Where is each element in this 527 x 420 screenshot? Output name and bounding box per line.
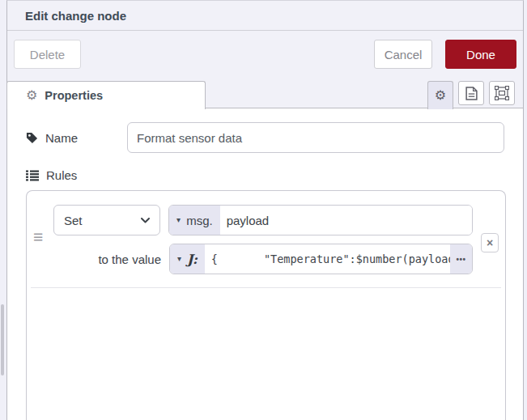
dialog-title-bar: Edit change node xyxy=(7,1,523,31)
editor-tab-bar: ⚙ Properties ⚙ xyxy=(7,78,523,108)
rules-list: ≡ Set ▾ msg. xyxy=(26,190,506,420)
rule-divider xyxy=(31,287,501,288)
appearance-icon xyxy=(495,86,509,100)
description-button[interactable] xyxy=(458,81,484,105)
dialog-title: Edit change node xyxy=(25,9,126,23)
tab-toolbar: ⚙ xyxy=(427,81,515,109)
tab-properties[interactable]: ⚙ Properties xyxy=(6,81,206,109)
delete-button[interactable]: Delete xyxy=(14,40,81,69)
tab-properties-label: Properties xyxy=(45,89,103,102)
remove-rule-button[interactable]: × xyxy=(481,233,499,252)
rule-value-line: to the value ▾ J: { "Temperature":$numbe… xyxy=(53,244,473,274)
chevron-down-icon xyxy=(141,218,150,223)
appearance-button[interactable] xyxy=(489,81,515,105)
name-input[interactable] xyxy=(127,122,504,153)
name-row: Name xyxy=(26,122,523,153)
gear-icon: ⚙ xyxy=(26,89,37,102)
properties-panel: Name Rules ≡ xyxy=(7,109,523,420)
drag-handle-icon[interactable]: ≡ xyxy=(33,228,43,245)
rules-section-header: Rules xyxy=(26,168,523,182)
value-expression-input[interactable]: { "Temperature":$number(payload) xyxy=(205,244,450,274)
rule-value-field: ▾ J: { "Temperature":$number(payload) ••… xyxy=(169,244,473,274)
rule-action-line: Set ▾ msg. xyxy=(53,205,473,235)
done-button[interactable]: Done xyxy=(445,40,516,69)
rule-action-select[interactable]: Set xyxy=(53,205,160,235)
name-label: Name xyxy=(45,131,78,145)
property-type-label: msg. xyxy=(186,214,213,227)
to-the-value-label: to the value xyxy=(53,252,161,266)
page-scrollbar-thumb[interactable] xyxy=(1,304,4,375)
expand-editor-button[interactable]: ••• xyxy=(450,244,472,274)
tag-icon xyxy=(26,132,38,144)
edit-node-dialog: Edit change node Delete Cancel Done ⚙ Pr… xyxy=(6,0,524,420)
caret-down-icon: ▾ xyxy=(177,255,181,263)
rule-action-value: Set xyxy=(64,214,83,227)
properties-toggle-button[interactable]: ⚙ xyxy=(427,81,453,109)
gear-icon: ⚙ xyxy=(435,89,446,102)
value-type-button[interactable]: ▾ J: xyxy=(170,244,205,274)
property-input[interactable] xyxy=(220,206,472,235)
cancel-button[interactable]: Cancel xyxy=(374,40,432,69)
jsonata-icon: J: xyxy=(187,252,198,267)
rules-label: Rules xyxy=(46,168,77,182)
document-icon xyxy=(465,87,478,100)
property-type-button[interactable]: ▾ msg. xyxy=(169,206,220,235)
dialog-toolbar: Delete Cancel Done xyxy=(7,31,523,78)
rule-property-field: ▾ msg. xyxy=(168,205,473,235)
list-icon xyxy=(26,170,39,181)
name-label-group: Name xyxy=(26,131,127,145)
caret-down-icon: ▾ xyxy=(176,216,181,224)
rule-row: ≡ Set ▾ msg. xyxy=(27,191,505,287)
